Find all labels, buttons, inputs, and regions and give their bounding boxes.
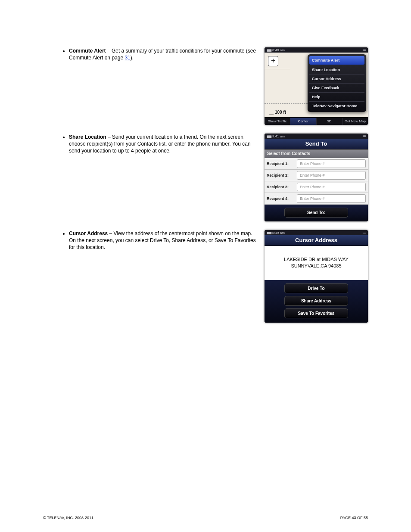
bullet-cursor-address: Cursor Address – View the address of the… [69, 230, 257, 251]
tab-center[interactable]: Center [290, 118, 316, 125]
bullet-commute-alert: Commute Alert – Get a summary of your tr… [69, 47, 257, 61]
recipient-4-input[interactable]: Enter Phone # [297, 194, 366, 203]
recipient-row-3: Recipient 3: Enter Phone # [265, 181, 368, 193]
tab-3d[interactable]: 3D [316, 118, 342, 125]
phone-send-to: 9:41 am Send To Select from Contacts Rec… [265, 134, 368, 221]
tab-show-traffic[interactable]: Show Traffic [265, 118, 290, 125]
drive-to-button[interactable]: Drive To [284, 283, 348, 293]
bullet-title: Commute Alert [69, 48, 106, 54]
context-menu: Commute Alert Share Location Cursor Addr… [308, 54, 366, 112]
recipient-1-input[interactable]: Enter Phone # [297, 159, 366, 168]
map-bottom-tabs: Show Traffic Center 3D Get New Map [265, 117, 368, 125]
bullet-share-location: Share Location – Send your current locat… [69, 134, 257, 155]
menu-item-navigator-home[interactable]: TeleNav Navigator Home [309, 102, 364, 110]
address-display: LAKESIDE DR at MIDAS WAY SUNNYVALE,CA 94… [265, 246, 368, 280]
map-scale: 100 ft [269, 110, 286, 115]
menu-item-commute-alert[interactable]: Commute Alert [309, 56, 364, 65]
menu-item-give-feedback[interactable]: Give Feedback [309, 84, 364, 93]
footer-page-number: PAGE 43 OF 55 [340, 516, 368, 520]
status-bar: 8:49 am [265, 230, 368, 235]
send-to-button[interactable]: Send To: [284, 208, 348, 218]
page-footer: © TELENAV, INC. 2008-2011 PAGE 43 OF 55 [43, 516, 368, 520]
phone-map-menu: 8:48 am + − 100 ft Commute Alert Share L… [265, 47, 368, 125]
screen-title: Send To [265, 139, 368, 149]
select-from-contacts[interactable]: Select from Contacts [265, 149, 368, 158]
recipient-2-input[interactable]: Enter Phone # [297, 171, 366, 180]
tab-get-new-map[interactable]: Get New Map [342, 118, 368, 125]
recipient-3-input[interactable]: Enter Phone # [297, 183, 366, 191]
recipient-row-2: Recipient 2: Enter Phone # [265, 170, 368, 181]
phone-cursor-address: 8:49 am Cursor Address LAKESIDE DR at MI… [265, 230, 368, 323]
share-address-button[interactable]: Share Address [284, 296, 348, 306]
button-bar: Drive To Share Address Save To Favorites [265, 280, 368, 323]
bullet-title: Cursor Address [69, 230, 108, 236]
save-favorites-button[interactable]: Save To Favorites [284, 308, 348, 318]
status-bar: 8:48 am [265, 47, 368, 53]
button-bar: Send To: [265, 205, 368, 221]
recipient-row-1: Recipient 1: Enter Phone # [265, 158, 368, 170]
recipient-row-4: Recipient 4: Enter Phone # [265, 193, 368, 205]
zoom-in-button[interactable]: + [268, 56, 278, 66]
bullet-title: Share Location [69, 134, 106, 140]
page-link-31[interactable]: 31 [125, 55, 130, 61]
screen-title: Cursor Address [265, 235, 368, 246]
menu-item-help[interactable]: Help [309, 93, 364, 102]
footer-copyright: © TELENAV, INC. 2008-2011 [43, 516, 93, 520]
menu-item-share-location[interactable]: Share Location [309, 65, 364, 75]
status-bar: 9:41 am [265, 134, 368, 139]
menu-item-cursor-address[interactable]: Cursor Address [309, 75, 364, 84]
map-pane[interactable]: + − 100 ft Commute Alert Share Location … [265, 53, 368, 117]
